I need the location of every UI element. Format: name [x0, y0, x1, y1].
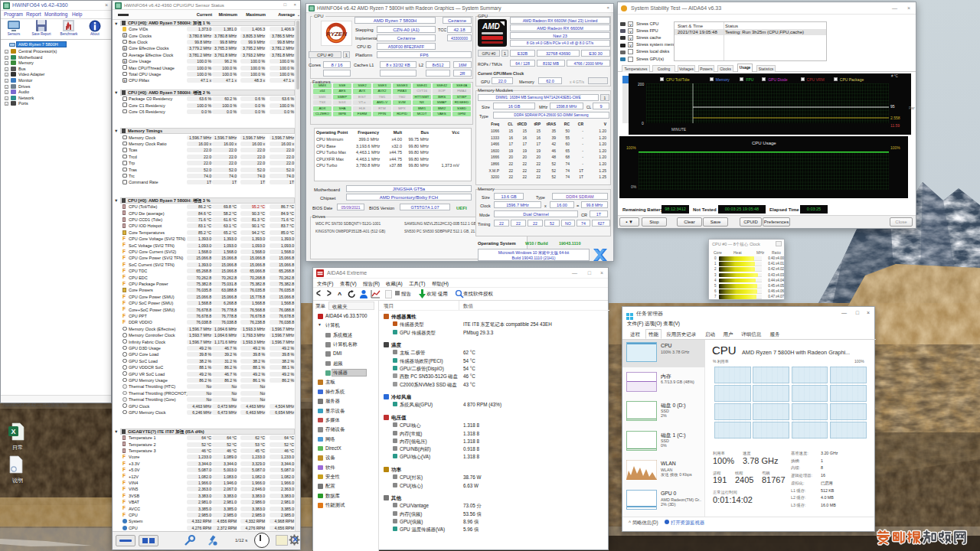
svg-text:AMD: AMD — [482, 22, 500, 31]
svg-text:RYZEN: RYZEN — [326, 31, 347, 37]
svg-text:X: X — [11, 428, 15, 435]
